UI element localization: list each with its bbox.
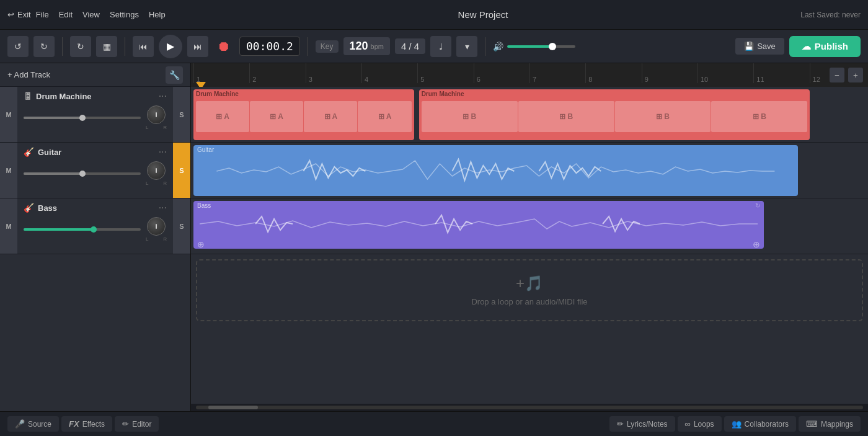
volume-slider[interactable] xyxy=(507,45,575,48)
guitar-icon: 🎸 xyxy=(24,147,34,157)
drum-machine-fader-fill xyxy=(24,117,82,119)
drum-machine-clip-a[interactable]: Drum Machine ⊞ A ⊞ A ⊞ A ⊞ A xyxy=(193,89,414,140)
redo-button[interactable]: ↻ xyxy=(33,36,55,57)
drum-machine-icon: 🎛 xyxy=(24,91,32,101)
key-badge[interactable]: Key xyxy=(316,40,339,53)
drum-machine-clip-b-label: Drum Machine xyxy=(419,89,810,99)
zoom-in-button[interactable]: + xyxy=(848,68,863,82)
record-button[interactable]: ⏺ xyxy=(213,36,234,57)
playhead[interactable] xyxy=(196,82,206,87)
publish-button[interactable]: ☁ Publish xyxy=(789,36,861,57)
loops-tab-label: Loops xyxy=(694,420,714,429)
scrollbar-thumb[interactable] xyxy=(208,406,258,409)
guitar-fader-fill xyxy=(24,172,82,175)
skip-back-button[interactable]: ⏮ xyxy=(133,36,154,57)
mappings-tab[interactable]: ⌨ Mappings xyxy=(799,416,861,432)
guitar-pan-knob[interactable] xyxy=(147,161,166,180)
toolbar: ↺ ↻ ↻ ▦ ⏮ ▶ ⏭ ⏺ 00:00.2 Key 120 bpm 4 / … xyxy=(0,30,868,63)
drum-machine-knob-wrap: LR xyxy=(146,105,167,130)
arrange-button[interactable]: ▦ xyxy=(96,36,117,57)
guitar-solo-button[interactable]: S xyxy=(173,143,190,198)
track-panel: + Add Track 🔧 M 🎛 Drum Machine ··· xyxy=(0,63,191,411)
sep2 xyxy=(125,37,125,56)
ruler-mark-2: 2 xyxy=(249,63,305,83)
lyrics-tab-label: Lyrics/Notes xyxy=(627,420,668,429)
loops-tab[interactable]: ∞ Loops xyxy=(678,416,722,432)
bass-name: 🎸 Bass xyxy=(24,203,57,213)
bass-clip-left-icon[interactable]: ⊕ xyxy=(197,239,205,249)
source-tab-label: Source xyxy=(28,420,51,429)
guitar-clip-label: Guitar xyxy=(193,145,798,154)
play-button[interactable]: ▶ xyxy=(159,35,182,58)
volume-knob[interactable] xyxy=(549,43,556,50)
guitar-clip[interactable]: Guitar xyxy=(193,145,798,196)
lyrics-tab[interactable]: ✏ Lyrics/Notes xyxy=(609,416,675,432)
drum-machine-name-row: 🎛 Drum Machine ··· xyxy=(24,91,167,102)
guitar-waveform xyxy=(193,154,798,189)
add-track-label: + Add Track xyxy=(7,70,50,79)
save-icon: 💾 xyxy=(744,42,754,51)
collaborators-tab[interactable]: 👥 Collaborators xyxy=(724,416,796,432)
track-row-bass: M 🎸 Bass ··· xyxy=(0,198,190,254)
source-tab[interactable]: 🎤 Source xyxy=(7,416,59,432)
scrollbar-track[interactable] xyxy=(196,406,863,409)
drum-machine-cells-b: ⊞ B ⊞ B ⊞ B ⊞ B xyxy=(419,101,810,132)
dm-cell-a2: ⊞ A xyxy=(250,101,303,132)
drum-machine-solo-button[interactable]: S xyxy=(173,87,190,142)
ruler-marks: 1 2 3 4 5 6 7 8 9 10 11 12 xyxy=(193,63,866,87)
guitar-fader-knob[interactable] xyxy=(79,171,86,177)
guitar-fader[interactable] xyxy=(24,172,141,175)
bass-timeline-content: Bass ↻ xyxy=(191,198,868,254)
drum-machine-more-button[interactable]: ··· xyxy=(159,91,167,102)
zoom-out-button[interactable]: − xyxy=(830,68,844,82)
metronome-button[interactable]: ♩ xyxy=(430,36,451,57)
bass-fader[interactable] xyxy=(24,228,141,231)
time-display: 00:00.2 xyxy=(239,37,300,56)
timeline-tracks: Drum Machine ⊞ A ⊞ A ⊞ A ⊞ A Drum Machin… xyxy=(191,87,868,404)
track-options-button[interactable]: 🔧 xyxy=(166,66,183,84)
edit-menu[interactable]: Edit xyxy=(59,10,73,19)
exit-button[interactable]: ↩ Exit xyxy=(7,10,31,19)
bass-clip[interactable]: Bass ↻ xyxy=(193,201,764,249)
drum-machine-pan-knob[interactable] xyxy=(147,105,166,124)
bass-clip-right-icon[interactable]: ⊕ xyxy=(753,239,760,249)
file-menu[interactable]: File xyxy=(36,10,49,19)
loop-button[interactable]: ↻ xyxy=(70,36,91,57)
timeline-scrollbar[interactable] xyxy=(191,404,868,411)
expand-button[interactable]: ▾ xyxy=(456,36,477,57)
bass-mute-button[interactable]: M xyxy=(0,198,17,254)
effects-tab[interactable]: FX Effects xyxy=(61,416,112,432)
dm-cell-a3: ⊞ A xyxy=(304,101,357,132)
undo-button[interactable]: ↺ xyxy=(7,36,29,57)
dm-cell-b4: ⊞ B xyxy=(711,101,807,132)
skip-forward-button[interactable]: ⏭ xyxy=(187,36,208,57)
bass-solo-button[interactable]: S xyxy=(173,198,190,254)
drum-machine-fader[interactable] xyxy=(24,117,141,119)
drop-zone[interactable]: +🎵 Drop a loop or an audio/MIDI file xyxy=(196,259,863,321)
volume-control[interactable]: 🔊 xyxy=(493,42,575,51)
settings-menu[interactable]: Settings xyxy=(110,10,139,19)
bpm-display[interactable]: 120 bpm xyxy=(343,37,390,55)
drum-machine-fader-knob[interactable] xyxy=(79,115,86,121)
time-signature[interactable]: 4 / 4 xyxy=(395,38,425,54)
ruler-mark-1: 1 xyxy=(193,63,249,83)
guitar-more-button[interactable]: ··· xyxy=(159,146,167,158)
editor-tab[interactable]: ✏ Editor xyxy=(115,416,159,432)
bass-clip-label: Bass ↻ xyxy=(193,201,764,210)
drum-machine-mute-button[interactable]: M xyxy=(0,87,17,142)
effects-tab-label: Effects xyxy=(82,420,105,429)
bass-more-button[interactable]: ··· xyxy=(159,202,167,213)
bass-pan-knob[interactable] xyxy=(147,217,166,236)
editor-tab-label: Editor xyxy=(132,420,151,429)
track-panel-header: + Add Track 🔧 xyxy=(0,63,190,87)
bottom-bar: 🎤 Source FX Effects ✏ Editor ✏ Lyrics/No… xyxy=(0,411,868,436)
add-track-button[interactable]: + Add Track xyxy=(7,70,50,79)
save-button[interactable]: 💾 Save xyxy=(735,38,784,55)
help-menu[interactable]: Help xyxy=(149,10,166,19)
view-menu[interactable]: View xyxy=(82,10,100,19)
drum-machine-clip-b[interactable]: Drum Machine ⊞ B ⊞ B ⊞ B ⊞ B xyxy=(419,89,810,140)
collaborators-tab-label: Collaborators xyxy=(745,420,789,429)
track-row-drum-machine: M 🎛 Drum Machine ··· xyxy=(0,87,190,143)
guitar-mute-button[interactable]: M xyxy=(0,143,17,198)
bass-fader-knob[interactable] xyxy=(91,226,97,233)
